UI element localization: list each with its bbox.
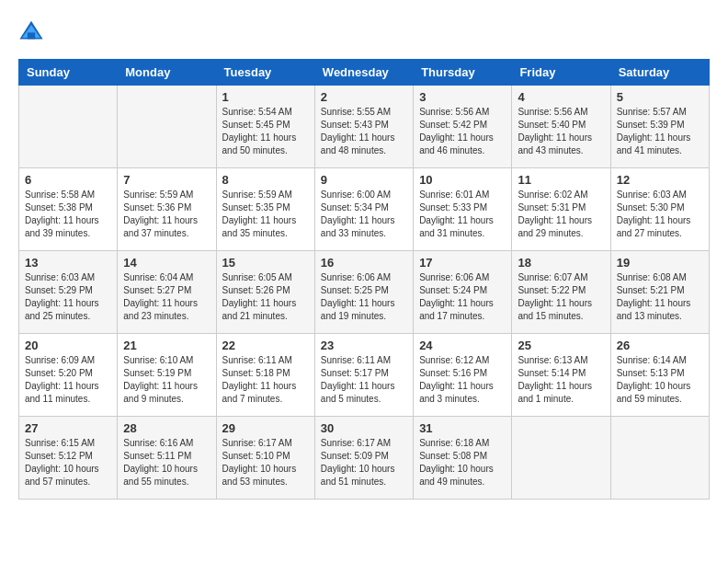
logo bbox=[18, 18, 48, 44]
day-number: 10 bbox=[419, 173, 506, 187]
cell-info: Sunrise: 6:09 AMSunset: 5:20 PMDaylight:… bbox=[25, 354, 111, 406]
cell-info: Sunrise: 6:11 AMSunset: 5:17 PMDaylight:… bbox=[321, 354, 407, 406]
sunrise-text: Sunrise: 6:04 AM bbox=[123, 272, 193, 282]
calendar-cell: 26Sunrise: 6:14 AMSunset: 5:13 PMDayligh… bbox=[610, 334, 709, 417]
day-number: 8 bbox=[222, 173, 309, 187]
calendar-cell: 22Sunrise: 6:11 AMSunset: 5:18 PMDayligh… bbox=[216, 334, 314, 417]
col-header-tuesday: Tuesday bbox=[216, 60, 314, 86]
calendar-week-2: 6Sunrise: 5:58 AMSunset: 5:38 PMDaylight… bbox=[19, 168, 710, 251]
daylight-text: Daylight: 11 hours and 27 minutes. bbox=[617, 215, 691, 238]
daylight-text: Daylight: 11 hours and 21 minutes. bbox=[222, 298, 297, 321]
daylight-text: Daylight: 10 hours and 55 minutes. bbox=[123, 464, 198, 487]
day-number: 20 bbox=[25, 339, 111, 352]
daylight-text: Daylight: 11 hours and 17 minutes. bbox=[419, 298, 494, 321]
daylight-text: Daylight: 11 hours and 19 minutes. bbox=[321, 298, 395, 321]
page-header bbox=[18, 18, 710, 44]
day-number: 11 bbox=[518, 173, 604, 187]
sunrise-text: Sunrise: 5:59 AM bbox=[222, 190, 292, 200]
daylight-text: Daylight: 11 hours and 15 minutes. bbox=[518, 298, 592, 321]
daylight-text: Daylight: 10 hours and 49 minutes. bbox=[419, 464, 494, 487]
calendar-cell: 31Sunrise: 6:18 AMSunset: 5:08 PMDayligh… bbox=[414, 417, 512, 500]
cell-info: Sunrise: 5:58 AMSunset: 5:38 PMDaylight:… bbox=[25, 189, 111, 240]
sunset-text: Sunset: 5:22 PM bbox=[518, 285, 586, 295]
sunrise-text: Sunrise: 6:10 AM bbox=[123, 355, 193, 365]
sunset-text: Sunset: 5:18 PM bbox=[222, 368, 290, 378]
daylight-text: Daylight: 11 hours and 23 minutes. bbox=[123, 298, 198, 321]
sunset-text: Sunset: 5:19 PM bbox=[123, 368, 191, 378]
cell-info: Sunrise: 6:07 AMSunset: 5:22 PMDaylight:… bbox=[518, 271, 604, 323]
cell-info: Sunrise: 5:56 AMSunset: 5:40 PMDaylight:… bbox=[518, 106, 604, 157]
calendar-cell: 17Sunrise: 6:06 AMSunset: 5:24 PMDayligh… bbox=[414, 251, 512, 334]
calendar-cell: 16Sunrise: 6:06 AMSunset: 5:25 PMDayligh… bbox=[314, 251, 413, 334]
cell-info: Sunrise: 5:55 AMSunset: 5:43 PMDaylight:… bbox=[321, 106, 407, 157]
sunrise-text: Sunrise: 6:03 AM bbox=[25, 272, 95, 282]
day-number: 22 bbox=[222, 339, 309, 352]
cell-info: Sunrise: 5:54 AMSunset: 5:45 PMDaylight:… bbox=[222, 106, 309, 157]
daylight-text: Daylight: 10 hours and 57 minutes. bbox=[25, 464, 99, 487]
sunset-text: Sunset: 5:25 PM bbox=[321, 285, 389, 295]
sunset-text: Sunset: 5:26 PM bbox=[222, 285, 290, 295]
sunset-text: Sunset: 5:40 PM bbox=[518, 120, 586, 130]
daylight-text: Daylight: 11 hours and 7 minutes. bbox=[222, 381, 297, 404]
sunrise-text: Sunrise: 5:56 AM bbox=[518, 107, 587, 117]
day-number: 31 bbox=[419, 421, 506, 435]
col-header-monday: Monday bbox=[118, 60, 216, 86]
calendar-cell bbox=[118, 86, 216, 168]
day-number: 21 bbox=[123, 339, 210, 352]
sunrise-text: Sunrise: 6:00 AM bbox=[321, 190, 391, 200]
sunrise-text: Sunrise: 6:15 AM bbox=[25, 438, 95, 448]
calendar-cell: 21Sunrise: 6:10 AMSunset: 5:19 PMDayligh… bbox=[118, 334, 216, 417]
day-number: 1 bbox=[222, 90, 309, 104]
cell-info: Sunrise: 6:04 AMSunset: 5:27 PMDaylight:… bbox=[123, 271, 210, 323]
sunrise-text: Sunrise: 6:06 AM bbox=[419, 272, 489, 282]
calendar-cell: 25Sunrise: 6:13 AMSunset: 5:14 PMDayligh… bbox=[512, 334, 610, 417]
svg-rect-2 bbox=[28, 32, 35, 39]
calendar-cell: 30Sunrise: 6:17 AMSunset: 5:09 PMDayligh… bbox=[314, 417, 413, 500]
cell-info: Sunrise: 5:56 AMSunset: 5:42 PMDaylight:… bbox=[419, 106, 506, 157]
sunrise-text: Sunrise: 6:07 AM bbox=[518, 272, 587, 282]
daylight-text: Daylight: 11 hours and 37 minutes. bbox=[123, 215, 198, 238]
sunrise-text: Sunrise: 6:03 AM bbox=[617, 190, 687, 200]
cell-info: Sunrise: 6:17 AMSunset: 5:09 PMDaylight:… bbox=[321, 437, 407, 488]
daylight-text: Daylight: 11 hours and 1 minute. bbox=[518, 381, 592, 404]
day-number: 13 bbox=[25, 256, 111, 270]
daylight-text: Daylight: 10 hours and 53 minutes. bbox=[222, 464, 297, 487]
calendar-cell: 9Sunrise: 6:00 AMSunset: 5:34 PMDaylight… bbox=[314, 168, 413, 251]
calendar-cell: 23Sunrise: 6:11 AMSunset: 5:17 PMDayligh… bbox=[314, 334, 413, 417]
day-number: 18 bbox=[518, 256, 604, 270]
day-number: 30 bbox=[321, 421, 407, 435]
sunset-text: Sunset: 5:31 PM bbox=[518, 202, 586, 213]
sunset-text: Sunset: 5:29 PM bbox=[25, 285, 93, 295]
cell-info: Sunrise: 6:03 AMSunset: 5:29 PMDaylight:… bbox=[25, 271, 111, 323]
sunrise-text: Sunrise: 6:11 AM bbox=[321, 355, 391, 365]
daylight-text: Daylight: 10 hours and 59 minutes. bbox=[617, 381, 691, 404]
calendar-cell: 10Sunrise: 6:01 AMSunset: 5:33 PMDayligh… bbox=[414, 168, 512, 251]
cell-info: Sunrise: 6:17 AMSunset: 5:10 PMDaylight:… bbox=[222, 437, 309, 488]
sunrise-text: Sunrise: 6:12 AM bbox=[419, 355, 489, 365]
calendar-table: SundayMondayTuesdayWednesdayThursdayFrid… bbox=[18, 59, 710, 500]
calendar-week-3: 13Sunrise: 6:03 AMSunset: 5:29 PMDayligh… bbox=[19, 251, 710, 334]
day-number: 16 bbox=[321, 256, 407, 270]
daylight-text: Daylight: 11 hours and 31 minutes. bbox=[419, 215, 494, 238]
cell-info: Sunrise: 6:15 AMSunset: 5:12 PMDaylight:… bbox=[25, 437, 111, 488]
day-number: 3 bbox=[419, 90, 506, 104]
day-number: 9 bbox=[321, 173, 407, 187]
day-number: 24 bbox=[419, 339, 506, 352]
daylight-text: Daylight: 11 hours and 25 minutes. bbox=[25, 298, 99, 321]
sunrise-text: Sunrise: 5:59 AM bbox=[123, 190, 193, 200]
day-number: 27 bbox=[25, 421, 111, 435]
day-number: 23 bbox=[321, 339, 407, 352]
sunrise-text: Sunrise: 5:58 AM bbox=[25, 190, 95, 200]
calendar-cell bbox=[512, 417, 610, 500]
calendar-cell: 7Sunrise: 5:59 AMSunset: 5:36 PMDaylight… bbox=[118, 168, 216, 251]
sunset-text: Sunset: 5:12 PM bbox=[25, 451, 93, 461]
cell-info: Sunrise: 6:13 AMSunset: 5:14 PMDaylight:… bbox=[518, 354, 604, 406]
cell-info: Sunrise: 5:59 AMSunset: 5:35 PMDaylight:… bbox=[222, 189, 309, 240]
day-number: 14 bbox=[123, 256, 210, 270]
day-number: 6 bbox=[25, 173, 111, 187]
sunrise-text: Sunrise: 6:17 AM bbox=[222, 438, 292, 448]
calendar-week-4: 20Sunrise: 6:09 AMSunset: 5:20 PMDayligh… bbox=[19, 334, 710, 417]
calendar-week-5: 27Sunrise: 6:15 AMSunset: 5:12 PMDayligh… bbox=[19, 417, 710, 500]
calendar-cell: 12Sunrise: 6:03 AMSunset: 5:30 PMDayligh… bbox=[610, 168, 709, 251]
cell-info: Sunrise: 6:06 AMSunset: 5:25 PMDaylight:… bbox=[321, 271, 407, 323]
